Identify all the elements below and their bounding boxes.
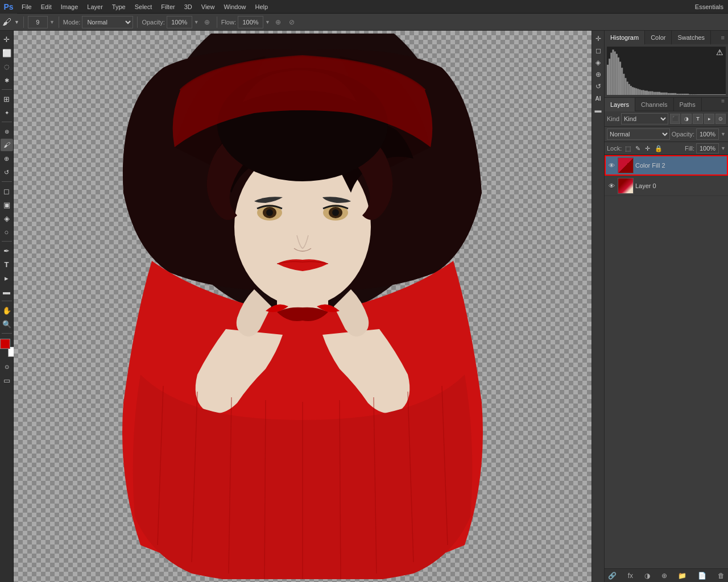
add-mask-icon[interactable]: ◑ [644,572,650,580]
menu-help[interactable]: Help [251,0,273,14]
menu-image[interactable]: Image [56,0,83,14]
menu-filter[interactable]: Filter [156,0,179,14]
tab-layers[interactable]: Layers [605,98,635,111]
filter-text-icon[interactable]: T [693,114,703,124]
tab-histogram[interactable]: Histogram [605,31,645,44]
left-toolbox: ✛ ⬜ ◌ ✱ ⊞ ✦ ⊛ 🖌 ⊕ ↺ ◻ ▣ ◈ ○ ✒ T ▸ ▬ ✋ 🔍 … [0,31,14,582]
layer-eye-layer0[interactable]: 👁 [607,181,616,190]
panel-icon-select[interactable]: ◻ [593,45,604,56]
mode-group: Mode: Normal [63,16,134,28]
menu-type[interactable]: Type [107,0,130,14]
type-tool[interactable]: T [1,258,13,271]
clone-stamp-tool[interactable]: ⊕ [1,152,13,165]
lock-image-icon[interactable]: ✎ [634,144,642,153]
eraser-tool[interactable]: ◻ [1,185,13,197]
svg-rect-55 [669,93,671,95]
panel-icon-clone[interactable]: ⊕ [593,69,604,80]
brush-tool-indicator: 🖌 ▼ [2,17,19,27]
layer-item-layer0[interactable]: 👁 Layer 0 [605,176,728,196]
brush-tool[interactable]: 🖌 [1,139,13,151]
dodge-tool[interactable]: ○ [1,226,13,238]
filter-pixel-icon[interactable]: ⬛ [670,114,680,124]
mode-select[interactable]: Normal [82,16,133,28]
lock-position-icon[interactable]: ✛ [643,144,652,153]
screen-mode-tool[interactable]: ▭ [1,374,13,386]
panel-icon-ai[interactable]: AI [593,93,604,104]
quick-mask-tool[interactable]: ⊙ [1,360,13,373]
svg-rect-51 [662,93,664,95]
layer-name-color-fill-2: Color Fill 2 [635,162,726,169]
spot-heal-tool[interactable]: ⊛ [1,125,13,138]
canvas-image[interactable] [14,31,592,582]
tab-color[interactable]: Color [645,31,672,44]
shape-tool[interactable]: ▬ [1,285,13,298]
menu-layer[interactable]: Layer [82,0,107,14]
layer-eye-color-fill-2[interactable]: 👁 [607,161,616,170]
filter-adjust-icon[interactable]: ◑ [681,114,692,124]
right-panel: Histogram Color Swatches ≡ [604,31,728,582]
filter-shape-icon[interactable]: ▸ [704,114,714,124]
layers-fill-input[interactable] [696,143,719,153]
menu-window[interactable]: Window [219,0,250,14]
svg-rect-26 [618,57,619,95]
hand-tool[interactable]: ✋ [1,304,13,317]
filter-kind-select[interactable]: Kind [621,113,668,124]
layers-opacity-input[interactable] [696,128,719,140]
opacity-input[interactable] [167,16,192,28]
foreground-color-swatch[interactable] [0,339,10,349]
layers-mode-select[interactable]: Normal [607,128,670,140]
lasso-tool[interactable]: ◌ [1,60,13,73]
svg-rect-67 [690,94,692,95]
panel-icon-move[interactable]: ✛ [593,33,604,44]
tab-channels[interactable]: Channels [635,98,673,111]
airbrush-icon[interactable]: ⊘ [286,18,297,26]
canvas-area [14,31,592,582]
menu-select[interactable]: Select [130,0,157,14]
brush-size-input[interactable] [28,16,48,28]
panel-icon-adjust[interactable]: ◈ [593,57,604,68]
zoom-tool[interactable]: 🔍 [1,318,13,330]
pen-tool[interactable]: ✒ [1,244,13,257]
lock-all-icon[interactable]: 🔒 [653,144,664,153]
add-style-icon[interactable]: fx [628,572,633,580]
marquee-tool[interactable]: ⬜ [1,47,13,59]
histogram-warning-icon: ⚠ [716,48,723,57]
tab-swatches[interactable]: Swatches [672,31,711,44]
gradient-tool[interactable]: ▣ [1,198,13,211]
panel-icon-extra[interactable]: ▬ [593,105,604,116]
menu-view[interactable]: View [197,0,220,14]
flow-label: Flow: [221,19,236,26]
layers-opacity-arrow: ▼ [721,131,726,137]
flow-input[interactable] [238,16,263,28]
lock-transparent-icon[interactable]: ⬚ [623,144,632,153]
svg-rect-21 [609,59,610,95]
workspace-selector[interactable]: Essentials [690,0,728,14]
filter-smart-icon[interactable]: ⊙ [715,114,726,124]
link-layers-icon[interactable]: 🔗 [608,572,617,580]
tab-paths[interactable]: Paths [674,98,702,111]
new-layer-icon[interactable]: 📄 [698,572,706,580]
menu-edit[interactable]: Edit [36,0,56,14]
svg-rect-43 [648,92,650,95]
crop-tool[interactable]: ⊞ [1,93,13,105]
blur-tool[interactable]: ◈ [1,212,13,225]
history-brush-tool[interactable]: ↺ [1,166,13,178]
quick-select-tool[interactable]: ✱ [1,74,13,86]
eyedropper-tool[interactable]: ✦ [1,106,13,119]
path-select-tool[interactable]: ▸ [1,272,13,284]
pressure-opacity-icon: ⊕ [201,18,213,26]
layers-collapse-btn[interactable]: ≡ [718,98,728,111]
new-group-icon[interactable]: 📁 [678,572,686,580]
delete-layer-icon[interactable]: 🗑 [718,572,725,580]
panel-icon-history[interactable]: ↺ [593,81,604,92]
layer-item-color-fill-2[interactable]: 👁 Color Fill 2 [605,155,728,176]
pressure-flow-icon: ⊕ [272,18,284,26]
svg-rect-45 [651,92,653,95]
move-tool[interactable]: ✛ [1,33,13,45]
histogram-panel: Histogram Color Swatches ≡ [605,31,728,98]
menu-3d[interactable]: 3D [180,0,197,14]
svg-rect-65 [687,94,689,95]
new-adjustment-icon[interactable]: ⊕ [661,572,667,580]
histogram-close[interactable]: ≡ [718,34,728,41]
menu-file[interactable]: File [17,0,36,14]
